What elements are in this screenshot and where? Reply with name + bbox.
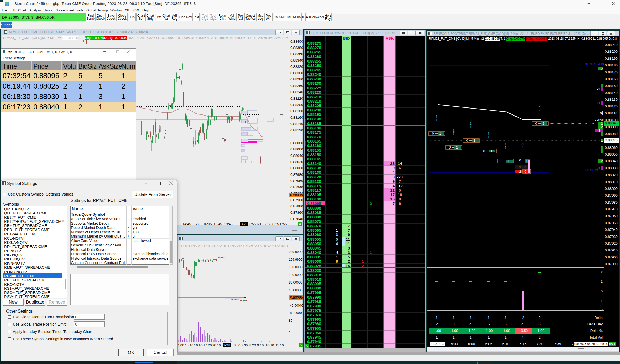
svg-text:0.87970: 0.87970 xyxy=(605,207,618,211)
svg-text:2: 2 xyxy=(542,122,544,125)
svg-text:1.00: 1.00 xyxy=(469,329,475,333)
svg-text:0.88050: 0.88050 xyxy=(605,152,618,156)
svg-text:Delta %: Delta % xyxy=(590,329,603,333)
svg-text:0: 0 xyxy=(535,122,537,125)
svg-text:2: 2 xyxy=(601,122,603,125)
svg-text:0.88210: 0.88210 xyxy=(605,43,618,47)
svg-text:0: 0 xyxy=(500,159,502,163)
svg-text:1: 1 xyxy=(505,335,507,339)
svg-text:Delta: Delta xyxy=(594,316,603,320)
svg-text:1: 1 xyxy=(601,84,603,88)
svg-text:1: 1 xyxy=(505,145,507,150)
svg-text:-2: -2 xyxy=(599,308,603,312)
svg-text:3: 3 xyxy=(453,322,455,326)
svg-text:1.00: 1.00 xyxy=(503,329,510,333)
svg-text:2023-3-28: 2023-3-28 xyxy=(429,342,446,346)
svg-text:Tue 2023-03-28 07:45:00: Tue 2023-03-28 07:45:00 xyxy=(574,342,608,345)
svg-text:1.00: 1.00 xyxy=(451,329,458,333)
svg-text:6:05: 6:05 xyxy=(485,342,492,346)
svg-text:2: 2 xyxy=(539,108,541,112)
svg-text:0.87940: 0.87940 xyxy=(605,228,618,232)
svg-text:2: 2 xyxy=(601,159,603,163)
svg-text:0: 0 xyxy=(519,158,521,162)
svg-text:1: 1 xyxy=(439,132,441,136)
svg-text:4: 4 xyxy=(469,322,472,326)
svg-text:0.88110: 0.88110 xyxy=(605,111,617,115)
svg-text:2: 2 xyxy=(436,322,438,326)
svg-text:-1: -1 xyxy=(597,166,600,170)
svg-text:6:00: 6:00 xyxy=(468,342,475,346)
svg-text:-0.50: -0.50 xyxy=(520,329,528,333)
svg-text:1: 1 xyxy=(488,135,490,139)
svg-text:6:15: 6:15 xyxy=(520,342,526,346)
svg-text:0: 0 xyxy=(601,289,603,293)
svg-text:2: 2 xyxy=(539,335,541,339)
svg-text:0.87920: 0.87920 xyxy=(605,241,618,245)
svg-text:1: 1 xyxy=(601,149,603,153)
svg-text:0.87960: 0.87960 xyxy=(605,214,618,218)
svg-text:1: 1 xyxy=(526,159,527,163)
svg-text:0.88040: 0.88040 xyxy=(605,159,618,163)
svg-text:6: 6 xyxy=(539,322,541,326)
svg-text:0.87930: 0.87930 xyxy=(605,235,618,239)
svg-text:1: 1 xyxy=(601,139,603,143)
svg-text:4: 4 xyxy=(521,335,524,339)
svg-text:0.88150: 0.88150 xyxy=(605,84,618,88)
svg-text:1: 1 xyxy=(508,159,510,163)
svg-text:0: 0 xyxy=(449,145,451,149)
svg-text:1: 1 xyxy=(488,335,490,339)
svg-text:1: 1 xyxy=(469,335,472,339)
svg-text:1: 1 xyxy=(473,139,475,143)
svg-text:0.88020: 0.88020 xyxy=(605,173,618,177)
svg-text:1: 1 xyxy=(456,145,458,149)
svg-text:4: 4 xyxy=(521,322,524,326)
svg-text:1: 1 xyxy=(490,149,492,153)
svg-text:0.88060: 0.88060 xyxy=(605,146,618,150)
svg-text:0.88140: 0.88140 xyxy=(605,91,618,95)
svg-text:1: 1 xyxy=(601,132,603,136)
svg-text:0: 0 xyxy=(466,139,468,143)
svg-text:1: 1 xyxy=(436,316,438,320)
svg-text:-1: -1 xyxy=(599,299,603,303)
svg-text:0.88090: 0.88090 xyxy=(605,125,618,129)
svg-text:Total Vol: Total Vol xyxy=(589,335,603,339)
svg-text:Delta Day: Delta Day xyxy=(587,322,603,326)
svg-text:5:00: 5:00 xyxy=(451,342,458,346)
svg-text:0.88010: 0.88010 xyxy=(605,180,618,184)
svg-text:0.88120: 0.88120 xyxy=(605,104,618,108)
svg-text:0.88190: 0.88190 xyxy=(605,57,618,60)
svg-text:2: 2 xyxy=(601,270,603,274)
svg-text:1.00: 1.00 xyxy=(486,329,493,333)
svg-text:1: 1 xyxy=(453,132,455,136)
svg-text:6: 6 xyxy=(505,322,507,326)
svg-text:-1: -1 xyxy=(597,101,600,105)
svg-text:1.00: 1.00 xyxy=(434,329,441,333)
svg-text:0.88100: 0.88100 xyxy=(605,118,618,122)
svg-text:-3: -3 xyxy=(597,129,601,132)
svg-text:0.88080: 0.88080 xyxy=(605,132,618,136)
svg-text:1: 1 xyxy=(519,165,521,169)
svg-text:VWAP: VWAP xyxy=(594,118,604,122)
svg-text:2: 2 xyxy=(519,170,521,173)
svg-text:7:35: 7:35 xyxy=(554,342,561,346)
svg-text:1: 1 xyxy=(436,118,438,122)
svg-text:1.00: 1.00 xyxy=(538,329,544,333)
svg-text:0.88070: 0.88070 xyxy=(605,139,618,143)
svg-text:0.87950: 0.87950 xyxy=(605,221,618,225)
svg-text:0.87980: 0.87980 xyxy=(605,200,618,204)
svg-text:1: 1 xyxy=(601,280,603,284)
svg-text:1: 1 xyxy=(453,335,455,339)
svg-text:2: 2 xyxy=(601,125,603,129)
svg-text:0.88200: 0.88200 xyxy=(605,50,618,53)
svg-text:0.88160: 0.88160 xyxy=(605,77,618,81)
svg-text:0.88180: 0.88180 xyxy=(605,63,618,67)
svg-text:0.88170: 0.88170 xyxy=(605,70,618,74)
svg-text:-1: -1 xyxy=(597,87,600,91)
svg-text:1: 1 xyxy=(488,316,490,320)
svg-text:0: 0 xyxy=(432,132,434,136)
svg-text:0.87900: 0.87900 xyxy=(605,255,618,259)
svg-text:1: 1 xyxy=(453,316,455,320)
svg-text:6:10: 6:10 xyxy=(502,342,509,346)
svg-text:1: 1 xyxy=(469,125,472,129)
svg-text:1: 1 xyxy=(505,316,507,320)
